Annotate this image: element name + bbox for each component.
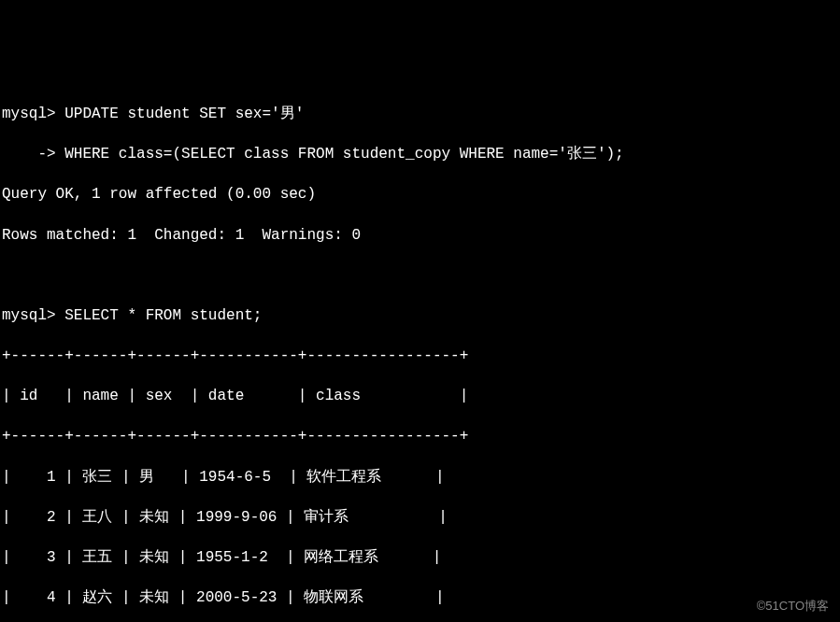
table-row: | 1 | 张三 | 男 | 1954-6-5 | 软件工程系 |: [2, 468, 838, 488]
table-row: | 3 | 王五 | 未知 | 1955-1-2 | 网络工程系 |: [2, 548, 838, 569]
mysql-prompt: mysql>: [2, 307, 56, 324]
blank-line: [2, 266, 838, 287]
update-cmd-line1: mysql> UPDATE student SET sex='男': [2, 105, 838, 125]
table-header: | id | name | sex | date | class |: [2, 387, 838, 407]
continuation-prompt: ->: [2, 146, 56, 163]
table-row: | 2 | 王八 | 未知 | 1999-9-06 | 审计系 |: [2, 508, 838, 529]
mysql-prompt: mysql>: [2, 106, 56, 122]
select-student-cmd: mysql> SELECT * FROM student;: [2, 306, 838, 327]
watermark: ©51CTO博客: [757, 598, 829, 615]
table-row: | 4 | 赵六 | 未知 | 2000-5-23 | 物联网系 |: [2, 588, 838, 609]
update-cmd-line2: -> WHERE class=(SELECT class FROM studen…: [2, 145, 838, 165]
table-border: +------+------+------+-----------+------…: [2, 346, 838, 367]
rows-matched-line: Rows matched: 1 Changed: 1 Warnings: 0: [2, 226, 838, 247]
table-border: +------+------+------+-----------+------…: [2, 427, 838, 447]
query-ok-line: Query OK, 1 row affected (0.00 sec): [2, 185, 838, 205]
terminal-output: mysql> UPDATE student SET sex='男' -> WHE…: [2, 84, 838, 622]
